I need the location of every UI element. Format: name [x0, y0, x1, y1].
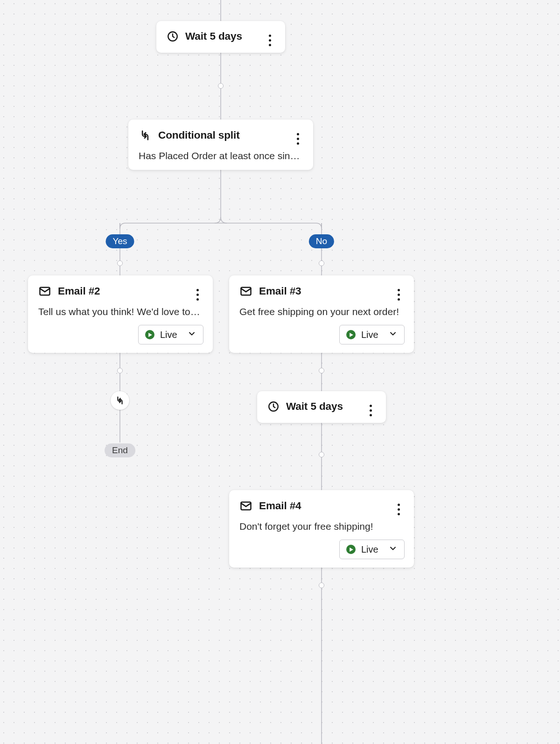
email-node-desc: Tell us what you think! We'd love to hea…: [38, 306, 203, 317]
connector-dot: [319, 368, 324, 373]
email-node-title: Email #3: [259, 285, 301, 297]
split-node-desc: Has Placed Order at least once since sta…: [139, 150, 303, 161]
play-icon: [346, 545, 356, 554]
connector-dot: [218, 83, 224, 89]
status-label: Live: [361, 544, 378, 555]
status-dropdown[interactable]: Live: [339, 540, 405, 559]
chevron-down-icon: [187, 329, 196, 340]
status-label: Live: [361, 330, 378, 340]
connector-layer: [0, 0, 560, 744]
chevron-down-icon: [388, 544, 398, 555]
email-node-3[interactable]: Email #3 Get free shipping on your next …: [229, 275, 414, 353]
connector-dot: [319, 452, 324, 457]
email-node-4[interactable]: Email #4 Don't forget your free shipping…: [229, 490, 414, 568]
branch-return-node[interactable]: [111, 391, 129, 410]
status-label: Live: [160, 330, 177, 340]
mail-icon: [38, 285, 51, 298]
node-menu-button[interactable]: [392, 286, 405, 303]
branch-no-pill: No: [309, 234, 334, 248]
connector-dot: [319, 260, 324, 266]
split-arrows-icon: [139, 129, 152, 142]
play-icon: [346, 330, 356, 339]
wait-node-2[interactable]: Wait 5 days: [257, 391, 386, 423]
clock-icon: [267, 400, 280, 413]
node-menu-button[interactable]: [191, 286, 203, 303]
node-menu-button[interactable]: [264, 31, 276, 49]
conditional-split-node[interactable]: Conditional split Has Placed Order at le…: [128, 119, 313, 170]
end-node: End: [105, 443, 135, 457]
wait-node-1[interactable]: Wait 5 days: [156, 21, 285, 53]
play-icon: [145, 330, 154, 339]
chevron-down-icon: [388, 329, 398, 340]
connector-dot: [319, 583, 324, 588]
flow-canvas: Wait 5 days Conditional split Has Placed…: [0, 0, 560, 744]
status-dropdown[interactable]: Live: [339, 325, 405, 344]
node-menu-button[interactable]: [292, 130, 304, 147]
node-menu-button[interactable]: [364, 401, 377, 419]
connector-dot: [117, 368, 123, 373]
connector-dot: [117, 260, 123, 266]
wait-node-label: Wait 5 days: [185, 30, 242, 42]
email-node-desc: Get free shipping on your next order!: [239, 306, 404, 317]
split-arrows-icon: [115, 395, 125, 406]
wait-node-label: Wait 5 days: [286, 400, 343, 413]
mail-icon: [239, 499, 252, 512]
clock-icon: [167, 30, 179, 42]
email-node-title: Email #4: [259, 500, 301, 512]
email-node-desc: Don't forget your free shipping!: [239, 521, 404, 532]
node-menu-button[interactable]: [392, 500, 405, 518]
split-node-title: Conditional split: [158, 129, 240, 141]
status-dropdown[interactable]: Live: [138, 325, 203, 344]
email-node-title: Email #2: [58, 285, 100, 297]
branch-yes-pill: Yes: [106, 234, 134, 248]
mail-icon: [239, 285, 252, 298]
email-node-2[interactable]: Email #2 Tell us what you think! We'd lo…: [28, 275, 213, 353]
